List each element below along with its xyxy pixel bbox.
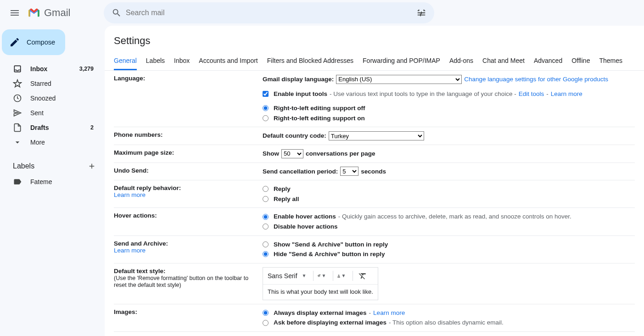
textstyle-label: Default text style: bbox=[114, 268, 166, 274]
search-options-button[interactable] bbox=[412, 4, 431, 22]
display-language-select[interactable]: English (US) bbox=[336, 75, 462, 84]
search-input[interactable] bbox=[126, 9, 412, 17]
show-send-archive-radio[interactable] bbox=[263, 241, 269, 247]
tab-inbox[interactable]: Inbox bbox=[174, 52, 190, 70]
enable-hover-radio[interactable] bbox=[263, 214, 269, 220]
hamburger-icon bbox=[9, 7, 20, 18]
country-code-select[interactable]: Turkey bbox=[329, 131, 424, 140]
search-icon bbox=[112, 8, 122, 18]
reply-label: Default reply behavior: bbox=[114, 185, 181, 191]
tab-labels[interactable]: Labels bbox=[146, 52, 165, 70]
sidebar-item-drafts[interactable]: Drafts2 bbox=[3, 120, 99, 135]
rtl-on-radio[interactable] bbox=[263, 115, 269, 121]
tab-advanced[interactable]: Advanced bbox=[534, 52, 562, 70]
images-learn-more-link[interactable]: Learn more bbox=[373, 308, 405, 318]
rtl-off-radio[interactable] bbox=[263, 105, 269, 111]
hover-opt2: Disable hover actions bbox=[274, 222, 338, 232]
tab-chat-and-meet[interactable]: Chat and Meet bbox=[482, 52, 525, 70]
phone-label: Phone numbers: bbox=[114, 131, 163, 138]
tab-offline[interactable]: Offline bbox=[571, 52, 590, 70]
tune-icon bbox=[416, 8, 426, 18]
tab-general[interactable]: General bbox=[114, 52, 137, 70]
tab-forwarding-and-pop-imap[interactable]: Forwarding and POP/IMAP bbox=[363, 52, 440, 70]
hide-send-archive-radio[interactable] bbox=[263, 251, 269, 257]
ask-display-images-radio[interactable] bbox=[263, 320, 269, 326]
font-family-button[interactable]: Sans Serif bbox=[268, 272, 300, 280]
hover-label: Hover actions: bbox=[114, 212, 157, 219]
sidebar: Compose Inbox3,279StarredSnoozedSentDraf… bbox=[0, 26, 105, 336]
sendarchive-learn-more-link[interactable]: Learn more bbox=[114, 247, 146, 254]
display-language-prefix: Gmail display language: bbox=[263, 74, 334, 84]
sidebar-item-sent[interactable]: Sent bbox=[3, 106, 99, 120]
row-sendarchive: Send and Archive: Learn more Show "Send … bbox=[114, 236, 635, 263]
search-container bbox=[104, 2, 434, 23]
row-pagesize: Maximum page size: Show 50 conversations… bbox=[114, 145, 635, 163]
row-language: Language: Gmail display language: Englis… bbox=[114, 71, 635, 127]
row-reply: Default reply behavior: Learn more Reply… bbox=[114, 180, 635, 208]
images-opt2-desc: - This option also disables dynamic emai… bbox=[389, 318, 504, 328]
pagesize-select[interactable]: 50 bbox=[281, 149, 303, 158]
add-label-button[interactable] bbox=[85, 160, 98, 173]
tab-add-ons[interactable]: Add-ons bbox=[449, 52, 473, 70]
star-icon bbox=[13, 79, 22, 88]
pencil-icon bbox=[9, 37, 20, 48]
reply-radio[interactable] bbox=[263, 186, 269, 192]
reply-all-radio[interactable] bbox=[263, 196, 269, 202]
hover-opt1-desc: - Quickly gain access to archive, delete… bbox=[338, 212, 571, 222]
tab-filters-and-blocked-addresses[interactable]: Filters and Blocked Addresses bbox=[267, 52, 353, 70]
disable-hover-radio[interactable] bbox=[263, 224, 269, 230]
row-hover: Hover actions: Enable hover actions - Qu… bbox=[114, 208, 635, 235]
sidebar-item-inbox[interactable]: Inbox3,279 bbox=[3, 62, 99, 76]
settings-content: Settings GeneralLabelsInboxAccounts and … bbox=[105, 26, 644, 336]
nav-list: Inbox3,279StarredSnoozedSentDrafts2More bbox=[3, 62, 105, 150]
send-icon bbox=[13, 108, 22, 118]
labels-header: Labels bbox=[3, 158, 105, 174]
main-menu-button[interactable] bbox=[4, 2, 26, 24]
tab-accounts-and-import[interactable]: Accounts and Import bbox=[199, 52, 258, 70]
search-bar[interactable] bbox=[104, 2, 434, 23]
gmail-icon bbox=[28, 8, 40, 18]
settings-tabs: GeneralLabelsInboxAccounts and ImportFil… bbox=[105, 52, 644, 71]
caret-icon: ▼ bbox=[302, 273, 307, 278]
search-button[interactable] bbox=[107, 4, 126, 22]
remove-formatting-button[interactable] bbox=[357, 270, 369, 281]
inbox-icon bbox=[13, 64, 22, 73]
row-dynamic: Dynamic email: Learn more Enable dynamic… bbox=[114, 332, 635, 336]
row-textstyle: Default text style: (Use the 'Remove for… bbox=[114, 263, 635, 304]
pagesize-show: Show bbox=[263, 149, 279, 159]
undo-select[interactable]: 5 bbox=[340, 167, 358, 176]
settings-title: Settings bbox=[105, 33, 644, 52]
images-label: Images: bbox=[114, 308, 137, 315]
label-item-fateme[interactable]: Fateme bbox=[3, 174, 99, 189]
enable-input-tools-checkbox[interactable] bbox=[263, 91, 269, 97]
sidebar-item-snoozed[interactable]: Snoozed bbox=[3, 91, 99, 106]
always-display-images-radio[interactable] bbox=[263, 310, 269, 316]
row-phone: Phone numbers: Default country code: Tur… bbox=[114, 127, 635, 145]
pagesize-suffix: conversations per page bbox=[306, 149, 375, 159]
edit-tools-link[interactable]: Edit tools bbox=[519, 89, 544, 99]
images-opt1-bold: Always display external images bbox=[274, 308, 367, 318]
font-preview-text: This is what your body text will look li… bbox=[263, 285, 378, 300]
gmail-logo[interactable]: Gmail bbox=[26, 7, 104, 19]
font-size-button[interactable]: ▼ bbox=[317, 270, 329, 281]
text-size-icon bbox=[317, 271, 321, 280]
compose-button[interactable]: Compose bbox=[2, 29, 65, 55]
logo-text: Gmail bbox=[44, 7, 70, 19]
font-preview-box: Sans Serif ▼ ▼ ▼ This is what your body … bbox=[263, 267, 378, 300]
reply-opt2: Reply all bbox=[274, 194, 299, 204]
reply-learn-more-link[interactable]: Learn more bbox=[114, 191, 146, 198]
reply-opt1: Reply bbox=[274, 184, 291, 194]
change-language-link[interactable]: Change language settings for other Googl… bbox=[464, 74, 608, 84]
labels-title: Labels bbox=[13, 162, 34, 170]
file-icon bbox=[13, 123, 22, 132]
undo-suffix: seconds bbox=[361, 167, 386, 177]
sidebar-item-starred[interactable]: Starred bbox=[3, 76, 99, 91]
input-tools-desc: - Use various text input tools to type i… bbox=[330, 89, 516, 99]
text-color-button[interactable]: ▼ bbox=[337, 270, 349, 281]
sidebar-item-more[interactable]: More bbox=[3, 135, 99, 150]
tab-themes[interactable]: Themes bbox=[599, 52, 622, 70]
input-tools-learn-more-link[interactable]: Learn more bbox=[551, 89, 582, 99]
main-area: Compose Inbox3,279StarredSnoozedSentDraf… bbox=[0, 26, 644, 336]
sa-opt2: Hide "Send & Archive" button in reply bbox=[274, 249, 385, 259]
textstyle-sub: (Use the 'Remove formatting' button on t… bbox=[114, 275, 248, 288]
